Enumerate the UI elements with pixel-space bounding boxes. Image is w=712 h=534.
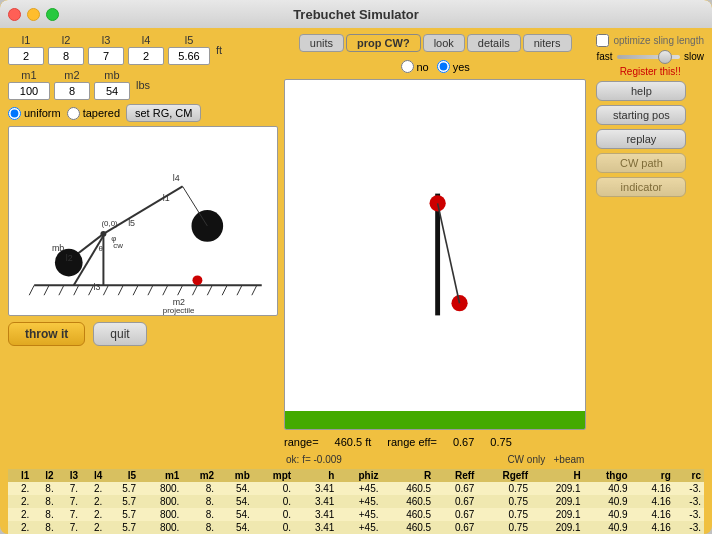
table-cell: 8. bbox=[32, 495, 56, 508]
tab-details[interactable]: details bbox=[467, 34, 521, 52]
tab-units[interactable]: units bbox=[299, 34, 344, 52]
table-cell: 40.9 bbox=[584, 521, 631, 534]
tab-prop-cw[interactable]: prop CW? bbox=[346, 34, 421, 52]
minimize-button[interactable] bbox=[27, 8, 40, 21]
window-title: Trebuchet Simulator bbox=[293, 7, 419, 22]
throw-button[interactable]: throw it bbox=[8, 322, 85, 346]
col-R: R bbox=[381, 469, 434, 482]
speed-thumb[interactable] bbox=[658, 50, 672, 64]
cw-path-button[interactable]: CW path bbox=[596, 153, 686, 173]
table-cell: 7. bbox=[57, 495, 81, 508]
yes-label: yes bbox=[453, 61, 470, 73]
tab-look[interactable]: look bbox=[423, 34, 465, 52]
svg-line-10 bbox=[163, 285, 168, 295]
l4-label: l4 bbox=[139, 34, 153, 46]
m2-label: m2 bbox=[64, 69, 79, 81]
svg-text:mb: mb bbox=[52, 243, 64, 253]
maximize-button[interactable] bbox=[46, 8, 59, 21]
svg-line-41 bbox=[438, 203, 460, 303]
uniform-label: uniform bbox=[24, 107, 61, 119]
no-yes-row: no yes bbox=[284, 60, 586, 73]
l4-input[interactable] bbox=[128, 47, 164, 65]
table-cell: 7. bbox=[57, 521, 81, 534]
table-cell: 0. bbox=[253, 521, 294, 534]
table-cell: 209.1 bbox=[531, 495, 584, 508]
svg-point-25 bbox=[192, 275, 202, 285]
table-row: 2.8.7.2.5.7800.8.54.0.3.41+45.460.50.670… bbox=[8, 508, 704, 521]
table-cell: -3. bbox=[674, 495, 704, 508]
close-button[interactable] bbox=[8, 8, 21, 21]
svg-line-3 bbox=[59, 285, 64, 295]
m2-input[interactable] bbox=[54, 82, 90, 100]
table-row: 2.8.7.2.5.7800.8.54.0.3.41+45.460.50.670… bbox=[8, 521, 704, 534]
table-cell: 40.9 bbox=[584, 482, 631, 495]
svg-line-1 bbox=[29, 285, 34, 295]
uniform-option[interactable]: uniform bbox=[8, 107, 61, 120]
yes-radio[interactable] bbox=[437, 60, 450, 73]
left-panel: l1 l2 l3 l4 bbox=[8, 34, 278, 465]
table-cell: 4.16 bbox=[631, 521, 674, 534]
range-label: range= bbox=[284, 436, 319, 448]
reff-label: range eff= bbox=[387, 436, 437, 448]
mb-input[interactable] bbox=[94, 82, 130, 100]
indicator-button[interactable]: indicator bbox=[596, 177, 686, 197]
svg-line-15 bbox=[237, 285, 242, 295]
m1-input[interactable] bbox=[8, 82, 50, 100]
table-cell: 5.7 bbox=[105, 521, 139, 534]
speed-track[interactable] bbox=[617, 55, 680, 59]
quit-button[interactable]: quit bbox=[93, 322, 146, 346]
table-cell: 8. bbox=[182, 521, 217, 534]
table-cell: 2. bbox=[8, 482, 32, 495]
l5-input[interactable] bbox=[168, 47, 210, 65]
l2-input[interactable] bbox=[48, 47, 84, 65]
optimize-checkbox[interactable] bbox=[596, 34, 609, 47]
l5-label: l5 bbox=[182, 34, 196, 46]
table-cell: 7. bbox=[57, 482, 81, 495]
uniform-row: uniform tapered set RG, CM bbox=[8, 104, 278, 122]
l-unit: ft bbox=[216, 44, 222, 56]
table-cell: 800. bbox=[139, 482, 182, 495]
table-cell: 2. bbox=[8, 508, 32, 521]
help-button[interactable]: help bbox=[596, 81, 686, 101]
yes-option[interactable]: yes bbox=[437, 60, 470, 73]
table-cell: 2. bbox=[81, 495, 105, 508]
l3-input[interactable] bbox=[88, 47, 124, 65]
table-cell: 40.9 bbox=[584, 495, 631, 508]
col-mpt: mpt bbox=[253, 469, 294, 482]
table-cell: -3. bbox=[674, 482, 704, 495]
table-cell: 8. bbox=[32, 482, 56, 495]
range-value: 460.5 ft bbox=[335, 436, 372, 448]
svg-text:l1: l1 bbox=[163, 193, 170, 203]
col-l3: l3 bbox=[57, 469, 81, 482]
svg-text:θ: θ bbox=[98, 244, 102, 253]
replay-button[interactable]: replay bbox=[596, 129, 686, 149]
tab-niters[interactable]: niters bbox=[523, 34, 572, 52]
table-cell: -3. bbox=[674, 508, 704, 521]
table-cell: 54. bbox=[217, 482, 253, 495]
svg-line-13 bbox=[207, 285, 212, 295]
tab-bar: units prop CW? look details niters bbox=[284, 34, 586, 52]
tapered-option[interactable]: tapered bbox=[67, 107, 120, 120]
col-l4: l4 bbox=[81, 469, 105, 482]
table-cell: 7. bbox=[57, 508, 81, 521]
table-cell: 460.5 bbox=[381, 508, 434, 521]
l1-input[interactable] bbox=[8, 47, 44, 65]
speed-slider-row: fast slow bbox=[596, 51, 704, 62]
no-option[interactable]: no bbox=[401, 60, 429, 73]
col-thgo: thgo bbox=[584, 469, 631, 482]
register-text: Register this!! bbox=[596, 66, 704, 77]
col-H: H bbox=[531, 469, 584, 482]
set-rg-button[interactable]: set RG, CM bbox=[126, 104, 201, 122]
svg-text:l3: l3 bbox=[94, 282, 101, 292]
svg-text:(0,0): (0,0) bbox=[101, 219, 118, 228]
col-h: h bbox=[294, 469, 337, 482]
tapered-radio[interactable] bbox=[67, 107, 80, 120]
table-cell: 0.75 bbox=[477, 521, 531, 534]
starting-pos-button[interactable]: starting pos bbox=[596, 105, 686, 125]
uniform-radio[interactable] bbox=[8, 107, 21, 120]
table-cell: 209.1 bbox=[531, 482, 584, 495]
table-cell: 54. bbox=[217, 508, 253, 521]
table-cell: 8. bbox=[32, 508, 56, 521]
no-radio[interactable] bbox=[401, 60, 414, 73]
svg-point-39 bbox=[430, 195, 446, 211]
